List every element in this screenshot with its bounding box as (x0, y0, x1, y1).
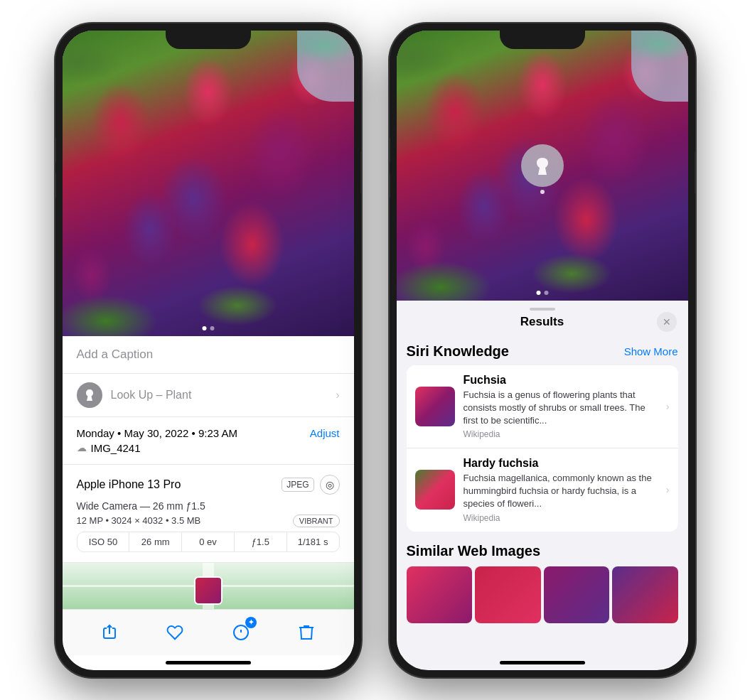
knowledge-thumb-1 (415, 387, 455, 426)
drag-handle[interactable] (530, 308, 555, 311)
volume-up-button-r[interactable] (390, 137, 390, 163)
knowledge-item-fuchsia[interactable]: Fuchsia Fuchsia is a genus of flowering … (407, 365, 678, 449)
map-area[interactable] (63, 563, 354, 609)
meta-section: Monday • May 30, 2022 • 9:23 AM Adjust ☁… (63, 417, 354, 465)
exif-aperture: ƒ1.5 (235, 532, 287, 551)
siri-knowledge-title: Siri Knowledge (407, 343, 509, 360)
page-dot-r-1 (536, 291, 540, 295)
results-panel: Results ✕ Siri Knowledge Show More Fuchs… (397, 301, 688, 655)
results-content: Siri Knowledge Show More Fuchsia Fuchsia… (397, 336, 688, 655)
knowledge-item-hardy-fuchsia[interactable]: Hardy fuchsia Fuchsia magellanica, commo… (407, 448, 678, 532)
similar-web-title: Similar Web Images (407, 543, 678, 559)
right-screen: Results ✕ Siri Knowledge Show More Fuchs… (397, 31, 688, 670)
knowledge-thumb-2 (415, 470, 455, 510)
page-dot-1 (202, 326, 206, 330)
format-badge: JPEG (282, 478, 314, 492)
knowledge-text-1: Fuchsia Fuchsia is a genus of flowering … (464, 374, 660, 440)
knowledge-source-2: Wikipedia (464, 513, 660, 523)
meta-date: Monday • May 30, 2022 • 9:23 AM (77, 427, 237, 439)
similar-image-3[interactable] (544, 566, 610, 623)
knowledge-card: Fuchsia Fuchsia is a genus of flowering … (407, 365, 678, 532)
cloud-icon: ☁ (77, 442, 87, 453)
exif-shutter: 1/181 s (287, 532, 339, 551)
info-badge: ✦ (245, 617, 257, 628)
knowledge-text-2: Hardy fuchsia Fuchsia magellanica, commo… (464, 457, 660, 523)
left-screen: Add a Caption Look Up – Plant › Monday •… (63, 31, 354, 670)
page-dots (202, 326, 214, 330)
similar-web-section: Similar Web Images (407, 537, 678, 623)
power-button[interactable] (360, 151, 361, 194)
photo-area[interactable] (63, 31, 354, 336)
toolbar: ✦ (63, 609, 354, 655)
lookup-icon (77, 382, 102, 408)
volume-up-button[interactable] (55, 137, 56, 163)
camera-specs: Wide Camera — 26 mm ƒ1.5 (77, 500, 340, 512)
adjust-button[interactable]: Adjust (310, 427, 340, 439)
knowledge-desc-2: Fuchsia magellanica, commonly known as t… (464, 472, 660, 511)
meta-filename: ☁ IMG_4241 (77, 442, 340, 454)
home-indicator-r (500, 661, 585, 664)
page-dot-r-2 (544, 291, 548, 295)
similar-image-1[interactable] (407, 566, 473, 623)
exif-row: ISO 50 26 mm 0 ev ƒ1.5 1/181 s (77, 532, 340, 552)
siri-dot (540, 190, 545, 194)
delete-button[interactable] (294, 620, 319, 645)
close-button[interactable]: ✕ (657, 312, 677, 332)
share-button[interactable] (97, 620, 122, 645)
file-specs: 12 MP • 3024 × 4032 • 3.5 MB VIBRANT (77, 515, 340, 527)
favorite-button[interactable] (162, 620, 188, 645)
results-header: Results ✕ (397, 315, 688, 336)
similar-image-2[interactable] (475, 566, 541, 623)
device-section: Apple iPhone 13 Pro JPEG ◎ Wide Camera —… (63, 465, 354, 563)
page-dots-r (536, 291, 548, 295)
power-button-r[interactable] (695, 151, 695, 194)
map-photo-thumbnail (194, 576, 223, 605)
knowledge-desc-1: Fuchsia is a genus of flowering plants t… (464, 389, 660, 428)
vibrant-badge: VIBRANT (293, 515, 340, 527)
exif-iso: ISO 50 (77, 532, 130, 551)
device-name: Apple iPhone 13 Pro (77, 478, 181, 491)
similar-images-row (407, 566, 678, 623)
lookup-row[interactable]: Look Up – Plant › (63, 374, 354, 417)
page-dot-2 (210, 326, 214, 330)
exif-focal: 26 mm (129, 532, 182, 551)
lookup-chevron: › (336, 389, 339, 402)
siri-knowledge-header: Siri Knowledge Show More (407, 336, 678, 365)
volume-down-button-r[interactable] (390, 173, 390, 198)
caption-area[interactable]: Add a Caption (63, 336, 354, 374)
similar-image-4[interactable] (612, 566, 678, 623)
lookup-label: Look Up – Plant (111, 389, 192, 402)
right-phone: Results ✕ Siri Knowledge Show More Fuchs… (390, 23, 695, 677)
photo-area-right[interactable] (397, 31, 688, 301)
knowledge-source-1: Wikipedia (464, 429, 660, 439)
siri-visual-lookup-button[interactable] (521, 144, 564, 187)
knowledge-name-1: Fuchsia (464, 374, 660, 387)
home-indicator (166, 661, 251, 664)
exif-ev: 0 ev (182, 532, 235, 551)
knowledge-chevron-1: › (666, 401, 670, 412)
device-badges: JPEG ◎ (282, 475, 339, 495)
left-phone: Add a Caption Look Up – Plant › Monday •… (55, 23, 361, 677)
knowledge-chevron-2: › (666, 484, 670, 495)
results-title: Results (520, 315, 564, 329)
knowledge-name-2: Hardy fuchsia (464, 457, 660, 470)
caption-placeholder: Add a Caption (77, 348, 154, 361)
info-button[interactable]: ✦ (228, 620, 254, 645)
show-more-button[interactable]: Show More (624, 345, 678, 357)
volume-down-button[interactable] (55, 173, 56, 198)
location-badge: ◎ (320, 475, 340, 495)
